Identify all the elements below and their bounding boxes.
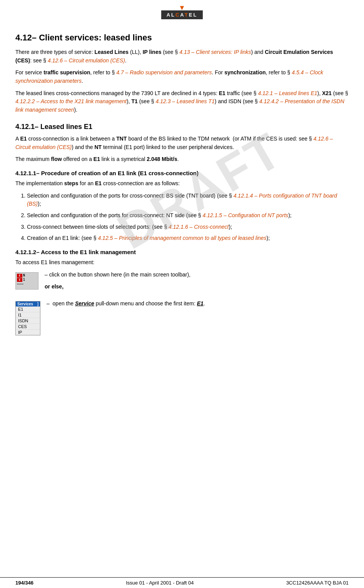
e1-link: E1 <box>197 300 204 307</box>
page-footer: 194/346 Issue 01 - April 2001 - Draft 04… <box>0 577 364 588</box>
bullet-menu-text: – open the Service pull-down menu and ch… <box>47 300 349 312</box>
link-41222: 4.12.2.2 – Access to the X21 link manage… <box>15 98 127 104</box>
open-service-text: – open the Service pull-down menu and ch… <box>47 300 349 308</box>
menu-bracket: ] <box>37 302 38 306</box>
section-4121-intro: A E1 cross-connection is a link between … <box>15 135 349 151</box>
page-header: ▼ ALCATEL <box>0 0 364 21</box>
link-4126b: 4.12.6 – Circuit emulation (CES) <box>15 136 333 150</box>
footer-right: 3CC12426AAAA TQ BJA 01 <box>286 580 349 586</box>
link-413: 4.13 – Client services: IP links <box>179 49 251 55</box>
section-41211-intro: The implementation steps for an E1 cross… <box>15 179 349 188</box>
link-4123: 4.12.3 – Leased lines T1 <box>156 98 215 104</box>
link-4121: 4.12.1 – Leased lines E1 <box>258 90 317 96</box>
link-41205: 4.12.5 – Principles of management common… <box>98 235 266 241</box>
main-content: 4.12– Client services: leased lines Ther… <box>0 21 364 363</box>
flow-paragraph: The maximum flow offered on a E1 link is… <box>15 155 349 164</box>
alcatel-logo: ▼ ALCATEL <box>161 4 203 19</box>
logo-dot-1: C <box>175 12 180 18</box>
e1-red-icon: E <box>17 274 22 278</box>
steps-list: Selection and configuration of the ports… <box>27 192 349 243</box>
step-2: Selection and configuration of the ports… <box>27 211 349 220</box>
menu-item-ces[interactable]: CES <box>16 324 40 330</box>
section-41212-title: 4.12.1.2– Access to the E1 link manageme… <box>15 249 349 255</box>
section-41212-intro: To access E1 lines management: <box>15 258 349 267</box>
menu-item-isdn[interactable]: ISDN <box>16 318 40 324</box>
click-button-text: – click on the button shown here (in the… <box>45 271 349 279</box>
toolbar-button-icon: E N E 1 ━━━━ <box>15 272 38 290</box>
bullet-toolbar: E N E 1 ━━━━ – click on the button sh <box>15 271 349 295</box>
section-412-title: 4.12– Client services: leased lines <box>15 33 349 43</box>
leased-cross-paragraph: The leased lines cross-connections manag… <box>15 89 349 114</box>
link-41215: 4.12.1.5 – Configuration of NT ports <box>203 212 289 218</box>
services-menu-image: Services ] E1 I1 ISDN CES IP <box>15 301 40 335</box>
traffic-paragraph: For service traffic supervision, refer t… <box>15 69 349 85</box>
menu-item-ip[interactable]: IP <box>16 330 40 335</box>
section-41211-title: 4.12.1.1– Procedure of creation of an E1… <box>15 170 349 176</box>
link-41216: 4.12.1.6 – Cross-connect <box>169 224 229 230</box>
page: DRAFT ▼ ALCATEL 4.12– Client services: l… <box>0 0 364 588</box>
menu-item-e1[interactable]: E1 <box>16 307 40 312</box>
e2-red-icon: E <box>17 278 22 282</box>
or-else-text: or else, <box>45 283 349 291</box>
footer-page-number: 194/346 <box>15 580 33 586</box>
bullet-menu: Services ] E1 I1 ISDN CES IP – open the … <box>15 300 349 335</box>
logo-box: ALCATEL <box>161 10 203 19</box>
service-link: Service <box>75 300 94 307</box>
link-41214: 4.12.1.4 – Ports configuration of TNT bo… <box>27 193 337 207</box>
step-4: Creation of an E1 link: (see § 4.12.5 – … <box>27 234 349 243</box>
section-4121-title: 4.12.1– Leased lines E1 <box>15 123 349 131</box>
footer-center: Issue 01 - April 2001 - Draft 04 <box>126 580 194 586</box>
link-4126: 4.12.6 – Circuit emulation (CES) <box>48 57 125 64</box>
intro-paragraph: There are three types of service: Leased… <box>15 48 349 65</box>
step-1: Selection and configuration of the ports… <box>27 192 349 208</box>
logo-dot-2: T <box>185 12 189 18</box>
menu-label: Services <box>17 302 33 306</box>
step-3: Cross-connect between time-slots of sele… <box>27 223 349 231</box>
link-47: 4.7 – Radio supervision and parameters <box>116 69 212 75</box>
services-menu-icon: Services ] E1 I1 ISDN CES IP <box>15 301 40 335</box>
menu-header: Services ] <box>16 302 40 307</box>
toolbar-button-image: E N E 1 ━━━━ <box>15 272 38 290</box>
bullet-toolbar-text: – click on the button shown here (in the… <box>45 271 349 295</box>
menu-item-i1[interactable]: I1 <box>16 312 40 318</box>
